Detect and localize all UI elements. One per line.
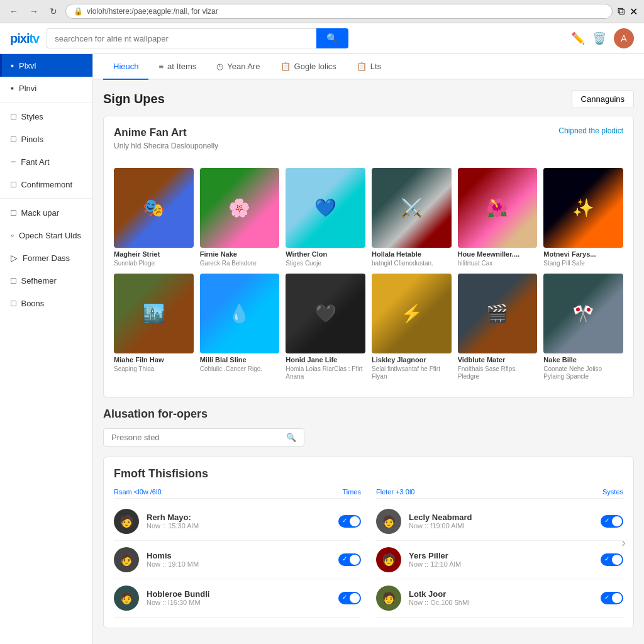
- search-button[interactable]: 🔍: [316, 28, 348, 48]
- notif-time-1: Now :: 15:30 AlM: [147, 522, 331, 530]
- notif-info-5: Hobleroe Bundli Now :: l16:30 MM: [147, 589, 331, 606]
- notif-toggle-1[interactable]: ✓: [338, 515, 361, 528]
- image-item-12[interactable]: 🎌 Nake Bille Coonate Nehe Joiiso Pylaing…: [543, 274, 623, 380]
- anime-fan-art-card: Anime Fan Art Unly hld Shecira Desloupon…: [103, 116, 634, 397]
- sidebar-item-sefhemer[interactable]: □ Sefhemer: [0, 269, 92, 292]
- image-grid-row1: 🎭 Magheir Striet Sunnlab Ploge 🌸 Firnie …: [114, 168, 623, 267]
- sidebar-icon-mack-upar: □: [11, 208, 16, 218]
- sidebar-item-pixvi-active[interactable]: ▪ Plxvl: [0, 54, 92, 77]
- image-item-7[interactable]: 🏙️ Miahe Filn Haw Seaping Thioa: [114, 274, 194, 380]
- refresh-button[interactable]: ↻: [47, 5, 60, 18]
- notif-item-lecly: 🧑 Lecly Neabmard Now :: f19:00 AlMl ✓: [376, 502, 623, 541]
- close-button[interactable]: ✕: [630, 6, 638, 18]
- sidebar-item-former-dass[interactable]: ▷ Former Dass: [0, 247, 92, 269]
- notif-col1-filter[interactable]: Times: [342, 488, 361, 496]
- section-search-icon: 🔍: [286, 433, 296, 442]
- forward-button[interactable]: →: [26, 5, 42, 18]
- sidebar-label-styles: Styles: [21, 112, 43, 121]
- section-search-bar: 🔍: [103, 428, 304, 447]
- cart-icon-button[interactable]: 🗑️: [592, 31, 606, 45]
- tab-hieuch[interactable]: Hieuch: [103, 54, 148, 80]
- sidebar-item-confirmemont[interactable]: □ Confirmemont: [0, 173, 92, 196]
- notif-name-1: Rerh Mayo:: [147, 513, 331, 522]
- notif-info-2: Lecly Neabmard Now :: f19:00 AlMl: [409, 513, 593, 530]
- extensions-button[interactable]: ⧉: [618, 6, 625, 17]
- sidebar-icon-pinols: □: [11, 134, 16, 144]
- logo[interactable]: pixitv: [10, 31, 39, 46]
- image-grid-row2: 🏙️ Miahe Filn Haw Seaping Thioa 💧 Milli …: [114, 274, 623, 380]
- sidebar-item-pinols[interactable]: □ Pinols: [0, 128, 92, 150]
- section-search-input[interactable]: [111, 433, 281, 442]
- image-desc-3: Stiges Cuoje: [286, 260, 365, 267]
- avatar[interactable]: A: [614, 28, 634, 48]
- image-thumb-11: 🎬: [458, 274, 538, 353]
- notif-toggle-5[interactable]: ✓: [338, 592, 361, 604]
- sidebar: ▪ Plxvl ▪ Plnvi □ Styles □ Pinols − Fant…: [0, 54, 93, 644]
- image-item-10[interactable]: ⚡ Liskley Jlagnoor Selai fintlwsantaf he…: [372, 274, 452, 380]
- image-thumb-12: 🎌: [543, 274, 623, 353]
- image-item-4[interactable]: ⚔️ Hollala Hetable batngirl Cfamodustan.: [372, 168, 452, 267]
- notif-name-2: Lecly Neabmard: [409, 513, 593, 522]
- sidebar-item-styles[interactable]: □ Styles: [0, 105, 92, 128]
- sidebar-label-former-dass: Former Dass: [23, 253, 70, 263]
- pen-icon-button[interactable]: ✏️: [571, 31, 585, 45]
- image-thumb-10: ⚡: [372, 274, 452, 353]
- notif-avatar-2: 🧑: [376, 509, 401, 534]
- sidebar-label-pinols: Pinols: [21, 135, 43, 144]
- tab-gogle-lolics-icon: 📋: [280, 62, 291, 71]
- image-item-6[interactable]: ✨ Motnevi Farys... Stang Pill Safe: [543, 168, 623, 267]
- image-desc-7: Seaping Thioa: [114, 365, 194, 373]
- card-header-row: Anime Fan Art Unly hld Shecira Desloupon…: [114, 126, 623, 159]
- sign-upes-header: Sign Upes Cannaguins: [103, 90, 634, 108]
- image-item-1[interactable]: 🎭 Magheir Striet Sunnlab Ploge: [114, 168, 194, 267]
- back-button[interactable]: ←: [6, 5, 21, 18]
- notif-time-2: Now :: f19:00 AlMl: [409, 522, 593, 530]
- tab-gogle-lolics[interactable]: 📋 Gogle lolics: [270, 54, 347, 80]
- sidebar-label-active: Plxvl: [19, 61, 36, 70]
- notif-info-6: Lotk Joor Now :: Oc.100 5hMl: [409, 589, 593, 606]
- sidebar-label-opech-start: Opech Start Ulds: [19, 231, 81, 240]
- sidebar-icon-pinvi: ▪: [11, 83, 14, 93]
- sidebar-item-pinvi[interactable]: ▪ Plnvi: [0, 77, 92, 99]
- image-item-9[interactable]: 🖤 Honid Jane Life Homia Loias RiarClas :…: [286, 274, 365, 380]
- notif-col-header-right: Fleter +3 0l0 Systes: [376, 488, 623, 499]
- image-thumb-9: 🖤: [286, 274, 365, 353]
- notifications-card: Fmoft Thisfisions Rsam <l0w /6l0 Times F…: [103, 457, 634, 628]
- sidebar-item-opech-start[interactable]: ◦ Opech Start Ulds: [0, 224, 92, 247]
- notif-toggle-6[interactable]: ✓: [601, 592, 623, 604]
- notif-item-lotk: 🧑 Lotk Joor Now :: Oc.100 5hMl ✓: [376, 579, 623, 618]
- tab-yean-are[interactable]: ◷ Yean Are: [206, 54, 270, 80]
- chevron-right-icon[interactable]: ›: [621, 535, 626, 550]
- sidebar-item-mack-upar[interactable]: □ Mack upar: [0, 201, 92, 224]
- notif-toggle-3[interactable]: ✓: [338, 553, 361, 566]
- sidebar-item-boons[interactable]: □ Boons: [0, 292, 92, 314]
- sidebar-label-mack-upar: Mack upar: [21, 208, 59, 218]
- notif-col2-filter[interactable]: Systes: [602, 488, 623, 496]
- image-name-1: Magheir Striet: [114, 250, 194, 258]
- notif-toggle-2[interactable]: ✓: [601, 515, 623, 528]
- cannaguins-button[interactable]: Cannaguins: [572, 90, 634, 108]
- tab-at-items-label: at Items: [167, 62, 196, 71]
- tab-at-items[interactable]: ≡ at Items: [148, 54, 206, 80]
- image-desc-4: batngirl Cfamodustan.: [372, 260, 452, 267]
- notif-col1-label: Rsam <l0w /6l0: [114, 488, 162, 496]
- url-bar[interactable]: 🔒 violoh/hstere:/pae;eagple:/nall, for v…: [65, 4, 613, 19]
- image-name-2: Firnie Nake: [200, 250, 280, 258]
- anime-card-link[interactable]: Chipned the plodict: [558, 126, 623, 135]
- image-name-7: Miahe Filn Haw: [114, 356, 194, 364]
- image-name-11: Vidblute Mater: [458, 356, 538, 364]
- notifications-title: Fmoft Thisfisions: [114, 467, 623, 480]
- sidebar-icon-opech-start: ◦: [11, 230, 14, 240]
- image-item-3[interactable]: 💙 Wirther Clon Stiges Cuoje: [286, 168, 365, 267]
- tab-lts[interactable]: 📋 Lts: [347, 54, 391, 80]
- image-item-2[interactable]: 🌸 Firnie Nake Gareck Ra Belsdore: [200, 168, 280, 267]
- sidebar-item-fant-art[interactable]: − Fant Art: [0, 150, 92, 173]
- image-item-5[interactable]: 🌺 Houe Meewniller.... hilitrtuat Cax: [458, 168, 538, 267]
- tab-yean-are-label: Yean Are: [227, 62, 260, 71]
- anime-card-title: Anime Fan Art: [114, 126, 218, 139]
- image-item-11[interactable]: 🎬 Vidblute Mater Fnolthais Sase Rflps. P…: [458, 274, 538, 380]
- notif-toggle-4[interactable]: ✓: [601, 553, 623, 566]
- search-input[interactable]: [47, 28, 316, 48]
- image-item-8[interactable]: 💧 Milli Blal Sline Cohlulic .Cancer Rigo…: [200, 274, 280, 380]
- sidebar-icon-fant-art: −: [11, 157, 16, 167]
